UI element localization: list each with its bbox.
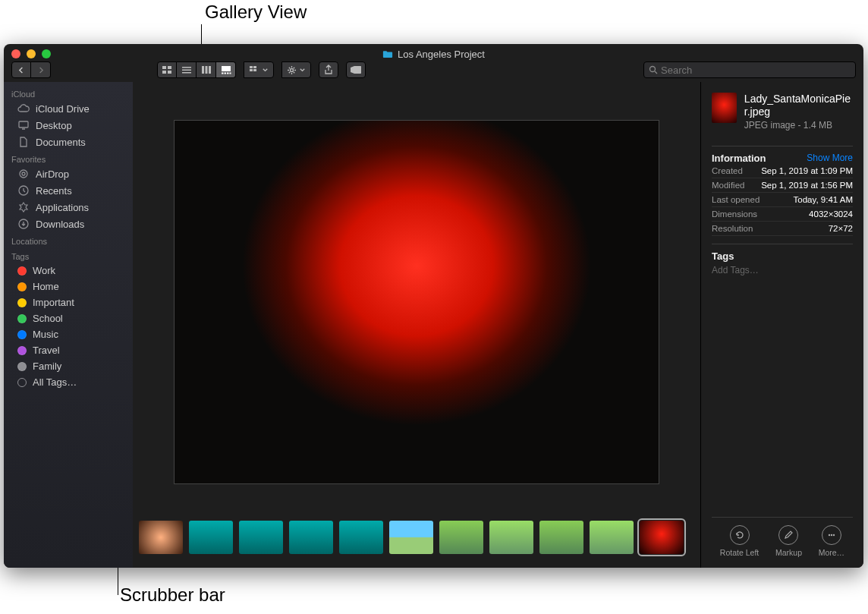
sidebar-item-label: Important (33, 297, 74, 308)
info-key: Resolution (712, 224, 753, 233)
sidebar-tag-all-tags-[interactable]: All Tags… (4, 374, 133, 390)
sidebar-item-downloads[interactable]: Downloads (4, 216, 133, 232)
thumbnail[interactable] (289, 521, 333, 554)
svg-point-23 (20, 170, 27, 178)
sidebar-item-label: Work (33, 265, 55, 276)
info-thumbnail (712, 93, 737, 123)
airdrop-icon (17, 168, 30, 180)
close-window-button[interactable] (11, 49, 20, 58)
info-row-dimensions: Dimensions4032×3024 (712, 207, 853, 222)
quick-actions: Rotate Left Markup More… (712, 517, 853, 557)
nav-buttons (11, 61, 51, 78)
preview-image[interactable] (174, 120, 659, 484)
zoom-window-button[interactable] (42, 49, 51, 58)
sidebar-tag-family[interactable]: Family (4, 358, 133, 374)
list-view-button[interactable] (177, 61, 197, 78)
thumbnail[interactable] (339, 521, 383, 554)
gallery-area (133, 82, 700, 568)
svg-rect-15 (250, 66, 253, 68)
icon-view-button[interactable] (157, 61, 177, 78)
search-input[interactable] (661, 65, 851, 76)
sidebar-tag-home[interactable]: Home (4, 279, 133, 294)
sidebar-item-label: Recents (36, 185, 72, 197)
rotate-left-button[interactable]: Rotate Left (720, 525, 759, 557)
titlebar: Los Angeles Project (4, 44, 863, 61)
back-button[interactable] (11, 61, 31, 78)
sidebar-item-label: All Tags… (33, 376, 77, 388)
svg-rect-12 (224, 73, 226, 74)
sidebar-item-label: Family (33, 361, 61, 372)
sidebar-item-icloud-drive[interactable]: iCloud Drive (4, 100, 133, 117)
tag-dot-icon (17, 378, 27, 387)
minimize-window-button[interactable] (27, 49, 36, 58)
svg-point-20 (650, 67, 656, 72)
scrubber-bar[interactable] (133, 507, 700, 568)
sidebar-header-favorites: Favorites (4, 150, 133, 165)
forward-button[interactable] (31, 61, 51, 78)
search-field[interactable] (643, 61, 856, 78)
annotation-scrubber-bar: Scrubber bar (120, 584, 225, 606)
action-button[interactable] (281, 61, 311, 78)
sidebar-item-airdrop[interactable]: AirDrop (4, 165, 133, 182)
sidebar-item-desktop[interactable]: Desktop (4, 117, 133, 134)
svg-rect-4 (182, 67, 191, 68)
info-row-modified: ModifiedSep 1, 2019 at 1:56 PM (712, 178, 853, 193)
sidebar-item-label: Music (33, 329, 58, 340)
thumbnail[interactable] (239, 521, 283, 554)
info-row-resolution: Resolution72×72 (712, 222, 853, 236)
svg-rect-0 (162, 66, 166, 69)
markup-button[interactable]: Markup (775, 525, 802, 557)
more-button[interactable]: More… (819, 525, 844, 557)
svg-rect-11 (222, 73, 224, 74)
sidebar-item-recents[interactable]: Recents (4, 182, 133, 199)
show-more-link[interactable]: Show More (807, 153, 853, 163)
sidebar-tag-school[interactable]: School (4, 310, 133, 326)
markup-label: Markup (775, 548, 802, 557)
column-view-button[interactable] (197, 61, 216, 78)
tag-dot-icon (17, 314, 27, 323)
tags-label: Tags (712, 250, 734, 262)
tag-dot-icon (17, 330, 27, 339)
thumbnail[interactable] (640, 521, 684, 554)
info-header: Lady_SantaMonicaPier.jpeg JPEG image - 1… (712, 93, 853, 131)
svg-rect-7 (202, 66, 204, 74)
svg-rect-21 (19, 121, 28, 128)
sidebar: iCloud iCloud DriveDesktopDocuments Favo… (4, 82, 133, 568)
main-area: iCloud iCloud DriveDesktopDocuments Favo… (4, 82, 863, 568)
group-by-button[interactable] (244, 61, 274, 78)
thumbnail[interactable] (489, 521, 533, 554)
file-subtitle: JPEG image - 1.4 MB (744, 120, 853, 131)
share-button[interactable] (319, 61, 338, 78)
preview-area (133, 82, 700, 507)
view-mode-group (157, 61, 236, 78)
rotate-icon (734, 530, 745, 540)
svg-rect-1 (168, 66, 171, 69)
file-name: Lady_SantaMonicaPier.jpeg (744, 93, 853, 118)
sidebar-tag-important[interactable]: Important (4, 294, 133, 310)
finder-window: Los Angeles Project (4, 44, 863, 568)
tag-dot-icon (17, 346, 27, 355)
sidebar-tag-work[interactable]: Work (4, 263, 133, 279)
sidebar-tag-travel[interactable]: Travel (4, 342, 133, 358)
svg-rect-18 (253, 69, 256, 71)
sidebar-item-label: Travel (33, 345, 60, 356)
thumbnail[interactable] (139, 521, 183, 554)
thumbnail[interactable] (189, 521, 233, 554)
sidebar-tag-music[interactable]: Music (4, 326, 133, 342)
tag-dot-icon (17, 298, 27, 307)
sidebar-item-documents[interactable]: Documents (4, 134, 133, 150)
tags-button[interactable] (346, 61, 366, 78)
add-tags-field[interactable]: Add Tags… (712, 262, 853, 279)
thumbnail[interactable] (539, 521, 583, 554)
sidebar-item-applications[interactable]: Applications (4, 199, 133, 216)
thumbnail[interactable] (439, 521, 483, 554)
downloads-icon (17, 218, 30, 230)
svg-rect-3 (168, 71, 171, 74)
svg-rect-9 (209, 66, 211, 74)
thumbnail[interactable] (389, 521, 433, 554)
gallery-view-button[interactable] (216, 61, 236, 78)
thumbnail[interactable] (590, 521, 634, 554)
svg-rect-17 (250, 69, 253, 71)
markup-icon (783, 530, 794, 540)
sidebar-item-label: AirDrop (36, 168, 69, 180)
